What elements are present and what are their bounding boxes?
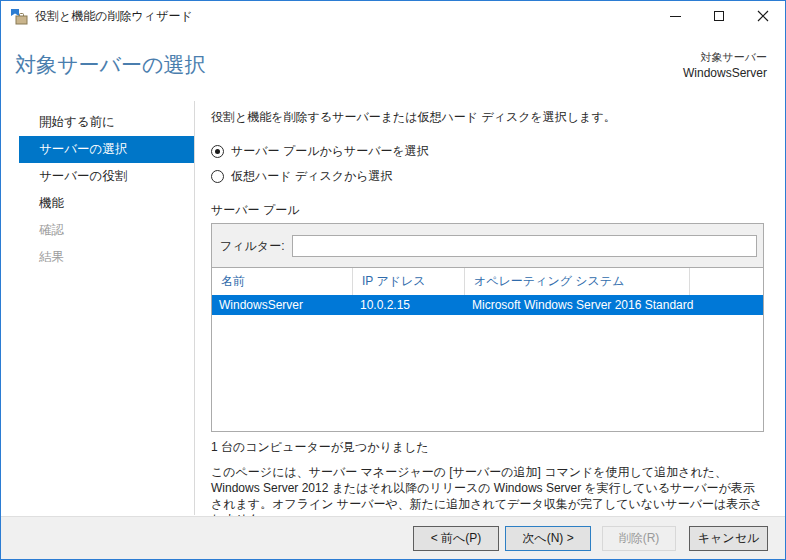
radio-button-icon-unselected[interactable]: [211, 170, 224, 183]
toolbox-icon-shape: [16, 16, 27, 24]
maximize-button[interactable]: [697, 1, 741, 31]
sidebar-item-server-roles[interactable]: サーバーの役割: [1, 163, 194, 190]
table-header-row: 名前 IP アドレス オペレーティング システム: [212, 268, 763, 295]
sidebar-item-features[interactable]: 機能: [1, 190, 194, 217]
window-controls: [653, 1, 785, 31]
server-pool-table: 名前 IP アドレス オペレーティング システム WindowsServer 1…: [212, 267, 763, 431]
filter-row: フィルター:: [212, 224, 763, 267]
sidebar-item-results: 結果: [1, 244, 194, 271]
server-pool-label: サーバー プール: [211, 202, 764, 219]
filter-label: フィルター:: [220, 238, 284, 255]
filter-input[interactable]: [292, 235, 757, 257]
radio-option-virtual-hard-disk[interactable]: 仮想ハード ディスクから選択: [211, 168, 764, 185]
wizard-window: 役割と機能の削除ウィザード 対象サーバーの選択 対象サーバー WindowsSe…: [0, 0, 786, 560]
page-title: 対象サーバーの選択: [15, 51, 205, 79]
target-server-block: 対象サーバー WindowsServer: [683, 50, 767, 81]
wizard-app-icon: [10, 8, 28, 25]
wizard-footer: < 前へ(P) 次へ(N) > 削除(R) キャンセル: [1, 516, 785, 559]
maximize-icon: [714, 11, 724, 21]
titlebar: 役割と機能の削除ウィザード: [1, 1, 785, 31]
sidebar-item-server-selection[interactable]: サーバーの選択: [19, 136, 194, 163]
target-server-label: 対象サーバー: [683, 50, 767, 65]
computers-found-count: 1 台のコンピューターが見つかりました: [211, 439, 764, 456]
previous-button[interactable]: < 前へ(P): [413, 526, 499, 551]
cell-server-os: Microsoft Windows Server 2016 Standard: [465, 298, 763, 312]
radio-label-server-pool: サーバー プールからサーバーを選択: [231, 143, 429, 160]
server-pool-box: フィルター: 名前 IP アドレス オペレーティング システム WindowsS…: [211, 223, 764, 432]
remove-button: 削除(R): [602, 526, 676, 551]
cell-server-ip: 10.0.2.15: [353, 298, 465, 312]
instruction-text: 役割と機能を削除するサーバーまたは仮想ハード ディスクを選択します。: [211, 109, 764, 126]
column-header-ip-address[interactable]: IP アドレス: [353, 268, 465, 295]
close-button[interactable]: [741, 1, 785, 31]
close-icon: [757, 10, 769, 22]
minimize-icon: [670, 16, 681, 17]
radio-button-icon-selected[interactable]: [211, 145, 224, 158]
column-header-operating-system[interactable]: オペレーティング システム: [465, 268, 690, 295]
sidebar-item-confirmation: 確認: [1, 217, 194, 244]
wizard-steps-sidebar: 開始する前に サーバーの選択 サーバーの役割 機能 確認 結果: [1, 101, 195, 515]
cell-server-name: WindowsServer: [212, 298, 353, 312]
flag-icon-shape: [11, 9, 19, 16]
window-title: 役割と機能の削除ウィザード: [35, 8, 193, 25]
target-server-value: WindowsServer: [683, 65, 767, 81]
column-header-name[interactable]: 名前: [212, 268, 353, 295]
column-header-blank: [690, 268, 763, 295]
minimize-button[interactable]: [653, 1, 697, 31]
next-button[interactable]: 次へ(N) >: [505, 526, 591, 551]
radio-option-server-pool[interactable]: サーバー プールからサーバーを選択: [211, 143, 764, 160]
cancel-button[interactable]: キャンセル: [689, 526, 768, 551]
radio-label-virtual-hard-disk: 仮想ハード ディスクから選択: [231, 168, 393, 185]
sidebar-item-before-you-begin[interactable]: 開始する前に: [1, 109, 194, 136]
main-content: 役割と機能を削除するサーバーまたは仮想ハード ディスクを選択します。 サーバー …: [211, 101, 764, 528]
table-row-windowsserver[interactable]: WindowsServer 10.0.2.15 Microsoft Window…: [212, 295, 763, 315]
